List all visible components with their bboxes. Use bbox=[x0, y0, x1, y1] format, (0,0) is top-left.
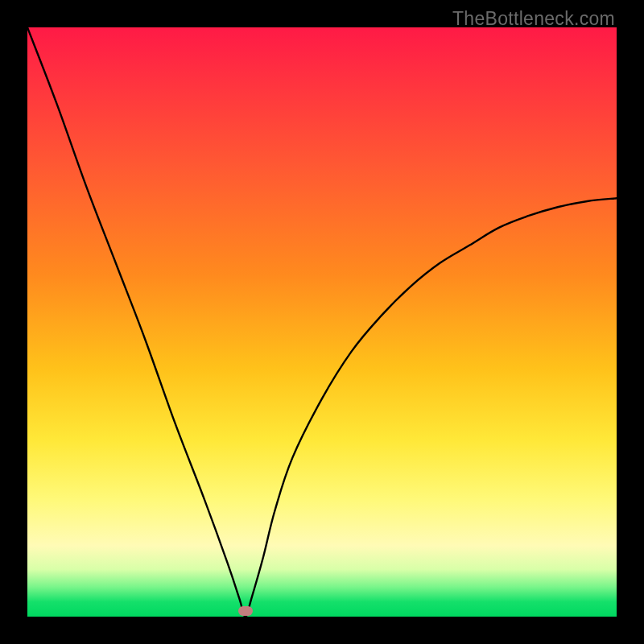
watermark-text: TheBottleneck.com bbox=[452, 8, 615, 30]
chart-frame: TheBottleneck.com bbox=[0, 0, 644, 644]
optimum-marker bbox=[238, 606, 253, 616]
bottleneck-curve bbox=[27, 27, 617, 617]
plot-area bbox=[27, 27, 617, 617]
